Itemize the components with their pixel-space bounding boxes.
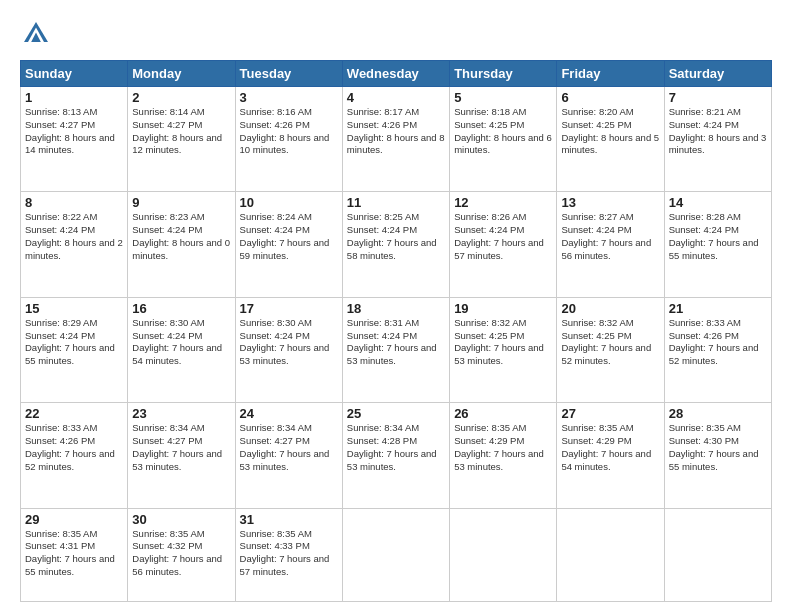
day-number: 3 (240, 90, 338, 105)
day-info: Sunrise: 8:31 AMSunset: 4:24 PMDaylight:… (347, 317, 445, 368)
calendar-header-wednesday: Wednesday (342, 61, 449, 87)
calendar-week-2: 8Sunrise: 8:22 AMSunset: 4:24 PMDaylight… (21, 192, 772, 297)
day-info: Sunrise: 8:33 AMSunset: 4:26 PMDaylight:… (669, 317, 767, 368)
day-info: Sunrise: 8:32 AMSunset: 4:25 PMDaylight:… (454, 317, 552, 368)
day-number: 26 (454, 406, 552, 421)
day-number: 19 (454, 301, 552, 316)
day-info: Sunrise: 8:35 AMSunset: 4:30 PMDaylight:… (669, 422, 767, 473)
day-info: Sunrise: 8:14 AMSunset: 4:27 PMDaylight:… (132, 106, 230, 157)
day-number: 30 (132, 512, 230, 527)
day-info: Sunrise: 8:13 AMSunset: 4:27 PMDaylight:… (25, 106, 123, 157)
day-info: Sunrise: 8:20 AMSunset: 4:25 PMDaylight:… (561, 106, 659, 157)
calendar-cell: 5Sunrise: 8:18 AMSunset: 4:25 PMDaylight… (450, 87, 557, 192)
calendar-cell (664, 508, 771, 601)
day-info: Sunrise: 8:23 AMSunset: 4:24 PMDaylight:… (132, 211, 230, 262)
calendar-cell: 8Sunrise: 8:22 AMSunset: 4:24 PMDaylight… (21, 192, 128, 297)
calendar-cell: 22Sunrise: 8:33 AMSunset: 4:26 PMDayligh… (21, 403, 128, 508)
calendar-header-friday: Friday (557, 61, 664, 87)
calendar-week-3: 15Sunrise: 8:29 AMSunset: 4:24 PMDayligh… (21, 297, 772, 402)
calendar-cell: 7Sunrise: 8:21 AMSunset: 4:24 PMDaylight… (664, 87, 771, 192)
day-number: 27 (561, 406, 659, 421)
calendar-cell: 20Sunrise: 8:32 AMSunset: 4:25 PMDayligh… (557, 297, 664, 402)
calendar-cell: 30Sunrise: 8:35 AMSunset: 4:32 PMDayligh… (128, 508, 235, 601)
logo-icon (20, 18, 52, 50)
day-number: 11 (347, 195, 445, 210)
day-number: 23 (132, 406, 230, 421)
calendar-week-5: 29Sunrise: 8:35 AMSunset: 4:31 PMDayligh… (21, 508, 772, 601)
day-number: 1 (25, 90, 123, 105)
calendar-cell: 6Sunrise: 8:20 AMSunset: 4:25 PMDaylight… (557, 87, 664, 192)
day-number: 9 (132, 195, 230, 210)
calendar-table: SundayMondayTuesdayWednesdayThursdayFrid… (20, 60, 772, 602)
calendar-week-4: 22Sunrise: 8:33 AMSunset: 4:26 PMDayligh… (21, 403, 772, 508)
day-info: Sunrise: 8:25 AMSunset: 4:24 PMDaylight:… (347, 211, 445, 262)
day-number: 8 (25, 195, 123, 210)
day-info: Sunrise: 8:28 AMSunset: 4:24 PMDaylight:… (669, 211, 767, 262)
day-info: Sunrise: 8:32 AMSunset: 4:25 PMDaylight:… (561, 317, 659, 368)
day-number: 16 (132, 301, 230, 316)
day-info: Sunrise: 8:17 AMSunset: 4:26 PMDaylight:… (347, 106, 445, 157)
page: SundayMondayTuesdayWednesdayThursdayFrid… (0, 0, 792, 612)
day-number: 12 (454, 195, 552, 210)
day-number: 21 (669, 301, 767, 316)
day-info: Sunrise: 8:26 AMSunset: 4:24 PMDaylight:… (454, 211, 552, 262)
day-info: Sunrise: 8:27 AMSunset: 4:24 PMDaylight:… (561, 211, 659, 262)
day-number: 31 (240, 512, 338, 527)
day-info: Sunrise: 8:30 AMSunset: 4:24 PMDaylight:… (240, 317, 338, 368)
calendar-cell: 13Sunrise: 8:27 AMSunset: 4:24 PMDayligh… (557, 192, 664, 297)
calendar-header-tuesday: Tuesday (235, 61, 342, 87)
calendar-cell: 24Sunrise: 8:34 AMSunset: 4:27 PMDayligh… (235, 403, 342, 508)
day-info: Sunrise: 8:22 AMSunset: 4:24 PMDaylight:… (25, 211, 123, 262)
day-number: 17 (240, 301, 338, 316)
calendar-cell: 21Sunrise: 8:33 AMSunset: 4:26 PMDayligh… (664, 297, 771, 402)
calendar-week-1: 1Sunrise: 8:13 AMSunset: 4:27 PMDaylight… (21, 87, 772, 192)
day-info: Sunrise: 8:35 AMSunset: 4:29 PMDaylight:… (561, 422, 659, 473)
day-number: 22 (25, 406, 123, 421)
day-info: Sunrise: 8:35 AMSunset: 4:31 PMDaylight:… (25, 528, 123, 579)
calendar-cell: 31Sunrise: 8:35 AMSunset: 4:33 PMDayligh… (235, 508, 342, 601)
day-number: 10 (240, 195, 338, 210)
calendar-cell: 10Sunrise: 8:24 AMSunset: 4:24 PMDayligh… (235, 192, 342, 297)
calendar-cell: 18Sunrise: 8:31 AMSunset: 4:24 PMDayligh… (342, 297, 449, 402)
calendar-cell: 14Sunrise: 8:28 AMSunset: 4:24 PMDayligh… (664, 192, 771, 297)
day-number: 15 (25, 301, 123, 316)
day-info: Sunrise: 8:21 AMSunset: 4:24 PMDaylight:… (669, 106, 767, 157)
calendar-header-saturday: Saturday (664, 61, 771, 87)
header (20, 18, 772, 50)
day-number: 29 (25, 512, 123, 527)
day-number: 5 (454, 90, 552, 105)
day-info: Sunrise: 8:24 AMSunset: 4:24 PMDaylight:… (240, 211, 338, 262)
calendar-cell: 3Sunrise: 8:16 AMSunset: 4:26 PMDaylight… (235, 87, 342, 192)
calendar-cell: 26Sunrise: 8:35 AMSunset: 4:29 PMDayligh… (450, 403, 557, 508)
day-number: 18 (347, 301, 445, 316)
calendar-cell: 4Sunrise: 8:17 AMSunset: 4:26 PMDaylight… (342, 87, 449, 192)
calendar-cell: 1Sunrise: 8:13 AMSunset: 4:27 PMDaylight… (21, 87, 128, 192)
logo (20, 18, 56, 50)
day-number: 6 (561, 90, 659, 105)
day-number: 4 (347, 90, 445, 105)
day-info: Sunrise: 8:35 AMSunset: 4:29 PMDaylight:… (454, 422, 552, 473)
calendar-cell: 12Sunrise: 8:26 AMSunset: 4:24 PMDayligh… (450, 192, 557, 297)
day-info: Sunrise: 8:34 AMSunset: 4:28 PMDaylight:… (347, 422, 445, 473)
calendar-header-sunday: Sunday (21, 61, 128, 87)
calendar-cell: 27Sunrise: 8:35 AMSunset: 4:29 PMDayligh… (557, 403, 664, 508)
day-info: Sunrise: 8:35 AMSunset: 4:33 PMDaylight:… (240, 528, 338, 579)
calendar-cell: 16Sunrise: 8:30 AMSunset: 4:24 PMDayligh… (128, 297, 235, 402)
calendar-cell: 19Sunrise: 8:32 AMSunset: 4:25 PMDayligh… (450, 297, 557, 402)
day-number: 2 (132, 90, 230, 105)
calendar-cell (450, 508, 557, 601)
calendar-cell: 25Sunrise: 8:34 AMSunset: 4:28 PMDayligh… (342, 403, 449, 508)
calendar-cell (557, 508, 664, 601)
day-number: 14 (669, 195, 767, 210)
calendar-header-monday: Monday (128, 61, 235, 87)
day-info: Sunrise: 8:33 AMSunset: 4:26 PMDaylight:… (25, 422, 123, 473)
day-info: Sunrise: 8:18 AMSunset: 4:25 PMDaylight:… (454, 106, 552, 157)
calendar-header-thursday: Thursday (450, 61, 557, 87)
day-info: Sunrise: 8:29 AMSunset: 4:24 PMDaylight:… (25, 317, 123, 368)
day-info: Sunrise: 8:34 AMSunset: 4:27 PMDaylight:… (240, 422, 338, 473)
day-number: 7 (669, 90, 767, 105)
calendar-header-row: SundayMondayTuesdayWednesdayThursdayFrid… (21, 61, 772, 87)
day-info: Sunrise: 8:35 AMSunset: 4:32 PMDaylight:… (132, 528, 230, 579)
day-number: 28 (669, 406, 767, 421)
day-info: Sunrise: 8:34 AMSunset: 4:27 PMDaylight:… (132, 422, 230, 473)
